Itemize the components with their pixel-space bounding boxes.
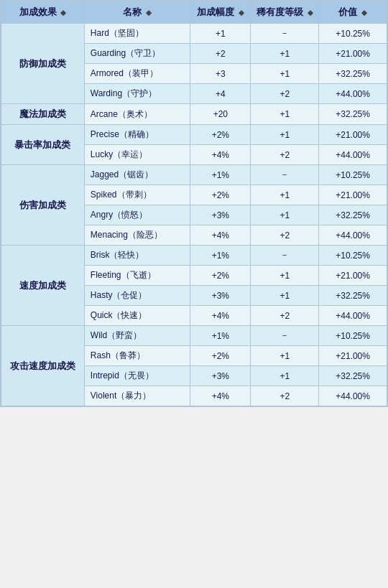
sort-icon-effect: ◆ bbox=[60, 9, 66, 17]
item-name: Warding（守护） bbox=[84, 84, 190, 104]
item-name: Spiked（带刺） bbox=[84, 185, 190, 205]
item-rarity: +2 bbox=[251, 386, 319, 406]
item-value: +10.25% bbox=[319, 326, 387, 346]
item-value: +10.25% bbox=[319, 246, 387, 266]
item-value: +10.25% bbox=[319, 165, 387, 185]
item-amp: +4 bbox=[190, 84, 251, 104]
item-name: Violent（暴力） bbox=[84, 386, 190, 406]
item-amp: +2 bbox=[190, 44, 251, 64]
item-amp: +4% bbox=[190, 145, 251, 165]
table-row: 防御加成类Hard（坚固）+1－+10.25% bbox=[1, 24, 387, 44]
item-rarity: +2 bbox=[251, 84, 319, 104]
item-amp: +1% bbox=[190, 326, 251, 346]
item-name: Armored（装甲） bbox=[84, 64, 190, 84]
item-rarity: +1 bbox=[251, 366, 319, 386]
item-amp: +1 bbox=[190, 24, 251, 44]
item-rarity: － bbox=[251, 326, 319, 346]
item-name: Menacing（险恶） bbox=[84, 225, 190, 246]
item-amp: +2% bbox=[190, 266, 251, 286]
item-name: Fleeting（飞逝） bbox=[84, 266, 190, 286]
main-table: 加成效果 ◆ 名称 ◆ 加成幅度 ◆ 稀有度等级 ◆ 价值 ◆ bbox=[0, 0, 388, 407]
item-amp: +3 bbox=[190, 64, 251, 84]
item-value: +32.25% bbox=[319, 205, 387, 225]
item-rarity: +2 bbox=[251, 225, 319, 246]
item-value: +10.25% bbox=[319, 24, 387, 44]
item-rarity: +1 bbox=[251, 185, 319, 205]
item-rarity: +2 bbox=[251, 145, 319, 165]
item-amp: +2% bbox=[190, 125, 251, 145]
category-cell: 暴击率加成类 bbox=[1, 125, 85, 165]
sort-icon-name: ◆ bbox=[146, 9, 152, 17]
item-rarity: +1 bbox=[251, 44, 319, 64]
item-value: +44.00% bbox=[319, 386, 387, 406]
item-value: +32.25% bbox=[319, 64, 387, 84]
item-rarity: +2 bbox=[251, 306, 319, 326]
table-row: 攻击速度加成类Wild（野蛮）+1%－+10.25% bbox=[1, 326, 387, 346]
item-name: Brisk（轻快） bbox=[84, 246, 190, 266]
item-rarity: － bbox=[251, 246, 319, 266]
header-effect[interactable]: 加成效果 ◆ bbox=[1, 1, 85, 24]
item-rarity: － bbox=[251, 165, 319, 185]
item-rarity: +1 bbox=[251, 64, 319, 84]
item-amp: +3% bbox=[190, 205, 251, 225]
table-body: 防御加成类Hard（坚固）+1－+10.25%Guarding（守卫）+2+1+… bbox=[1, 24, 387, 406]
table-row: 暴击率加成类Precise（精确）+2%+1+21.00% bbox=[1, 125, 387, 145]
header-amp-label: 加成幅度 bbox=[197, 6, 234, 17]
header-rarity[interactable]: 稀有度等级 ◆ bbox=[251, 1, 319, 24]
item-value: +44.00% bbox=[319, 306, 387, 326]
item-value: +21.00% bbox=[319, 266, 387, 286]
item-name: Rash（鲁莽） bbox=[84, 346, 190, 366]
item-rarity: +1 bbox=[251, 346, 319, 366]
item-amp: +3% bbox=[190, 286, 251, 306]
item-name: Angry（愤怒） bbox=[84, 205, 190, 225]
item-name: Lucky（幸运） bbox=[84, 145, 190, 165]
item-name: Jagged（锯齿） bbox=[84, 165, 190, 185]
item-rarity: +1 bbox=[251, 286, 319, 306]
category-cell: 防御加成类 bbox=[1, 24, 85, 104]
item-name: Hasty（仓促） bbox=[84, 286, 190, 306]
item-name: Guarding（守卫） bbox=[84, 44, 190, 64]
item-amp: +1% bbox=[190, 246, 251, 266]
item-amp: +2% bbox=[190, 346, 251, 366]
item-amp: +2% bbox=[190, 185, 251, 205]
item-name: Wild（野蛮） bbox=[84, 326, 190, 346]
item-name: Arcane（奥术） bbox=[84, 104, 190, 125]
item-value: +21.00% bbox=[319, 125, 387, 145]
item-amp: +1% bbox=[190, 165, 251, 185]
item-name: Intrepid（无畏） bbox=[84, 366, 190, 386]
item-amp: +4% bbox=[190, 386, 251, 406]
category-cell: 速度加成类 bbox=[1, 246, 85, 326]
item-rarity: +1 bbox=[251, 205, 319, 225]
item-value: +44.00% bbox=[319, 225, 387, 246]
header-value[interactable]: 价值 ◆ bbox=[319, 1, 387, 24]
category-cell: 攻击速度加成类 bbox=[1, 326, 85, 406]
item-value: +32.25% bbox=[319, 104, 387, 125]
item-value: +21.00% bbox=[319, 44, 387, 64]
header-effect-label: 加成效果 bbox=[19, 6, 57, 17]
item-name: Precise（精确） bbox=[84, 125, 190, 145]
table-row: 伤害加成类Jagged（锯齿）+1%－+10.25% bbox=[1, 165, 387, 185]
sort-icon-amp: ◆ bbox=[239, 9, 244, 17]
item-amp: +20 bbox=[190, 104, 251, 125]
item-name: Quick（快速） bbox=[84, 306, 190, 326]
header-name[interactable]: 名称 ◆ bbox=[84, 1, 190, 24]
item-name: Hard（坚固） bbox=[84, 24, 190, 44]
sort-icon-value: ◆ bbox=[361, 9, 367, 17]
item-rarity: +1 bbox=[251, 266, 319, 286]
table-row: 速度加成类Brisk（轻快）+1%－+10.25% bbox=[1, 246, 387, 266]
item-amp: +3% bbox=[190, 366, 251, 386]
item-value: +21.00% bbox=[319, 346, 387, 366]
item-value: +44.00% bbox=[319, 84, 387, 104]
table-row: 魔法加成类Arcane（奥术）+20+1+32.25% bbox=[1, 104, 387, 125]
item-rarity: +1 bbox=[251, 104, 319, 125]
item-rarity: +1 bbox=[251, 125, 319, 145]
category-cell: 伤害加成类 bbox=[1, 165, 85, 246]
header-amp[interactable]: 加成幅度 ◆ bbox=[190, 1, 251, 24]
sort-icon-rarity: ◆ bbox=[308, 9, 313, 17]
item-amp: +4% bbox=[190, 225, 251, 246]
item-rarity: － bbox=[251, 24, 319, 44]
table-header: 加成效果 ◆ 名称 ◆ 加成幅度 ◆ 稀有度等级 ◆ 价值 ◆ bbox=[1, 1, 387, 24]
item-value: +32.25% bbox=[319, 286, 387, 306]
item-value: +21.00% bbox=[319, 185, 387, 205]
category-cell: 魔法加成类 bbox=[1, 104, 85, 125]
